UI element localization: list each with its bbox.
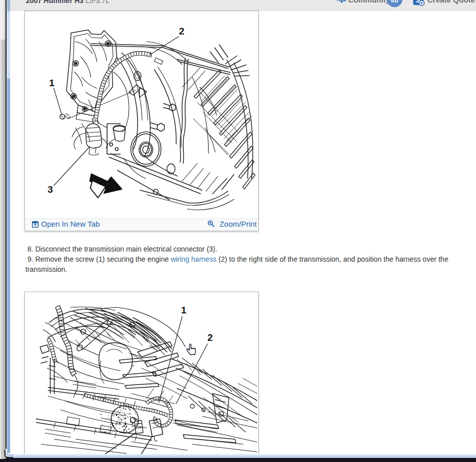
svg-text:1: 1 [181, 305, 187, 315]
svg-text:1: 1 [49, 78, 55, 88]
svg-text:2: 2 [179, 26, 185, 37]
svg-text:2: 2 [208, 332, 213, 343]
svg-text:3: 3 [48, 184, 53, 195]
